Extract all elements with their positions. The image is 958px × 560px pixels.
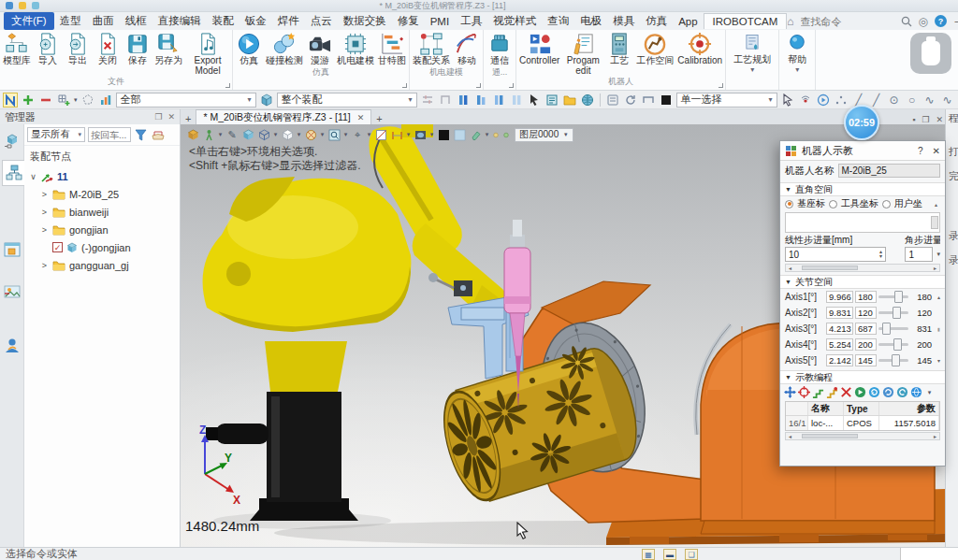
linear-step-input[interactable]: 10▴▾: [785, 247, 886, 262]
tree-root-row[interactable]: ∨ 11: [24, 167, 180, 185]
horizontal-scrollbar[interactable]: ◂▸: [785, 264, 940, 272]
menu-electrode[interactable]: 电极: [574, 13, 607, 29]
simulate-button[interactable]: 仿真: [234, 31, 264, 67]
spin-down-icon[interactable]: ▾: [879, 254, 882, 259]
cursor-pick-icon[interactable]: [780, 93, 795, 108]
jog-target-icon[interactable]: [798, 386, 810, 398]
section-view-icon[interactable]: [373, 127, 388, 142]
scroll-right-icon[interactable]: ▸: [931, 265, 939, 271]
menu-pointcloud[interactable]: 点云: [305, 13, 338, 29]
jog-move-icon[interactable]: [784, 386, 796, 398]
section-icon[interactable]: [641, 93, 656, 108]
close-panel-icon[interactable]: ✕: [167, 112, 175, 122]
axis5-value-field[interactable]: 2.142: [826, 354, 853, 366]
add-icon[interactable]: [21, 93, 36, 108]
scrollbar-thumb[interactable]: [931, 216, 938, 229]
radio-user-frame[interactable]: [882, 200, 891, 208]
menu-pmi[interactable]: PMI: [425, 15, 455, 28]
spin-down-icon[interactable]: ▾: [936, 251, 940, 258]
assembly-relation-button[interactable]: 装配关系: [411, 31, 452, 67]
doc-state-icon[interactable]: [491, 93, 506, 108]
expand-closed-icon[interactable]: >: [40, 261, 49, 270]
minimize-button[interactable]: —: [953, 16, 958, 26]
saved-filter-icon[interactable]: [151, 128, 166, 141]
home-icon[interactable]: ⌂: [787, 15, 793, 28]
user-manager-icon[interactable]: [2, 332, 22, 358]
folder-icon[interactable]: [562, 93, 577, 108]
assembly-tree-icon[interactable]: [2, 160, 24, 186]
close-tab-icon[interactable]: ✕: [357, 113, 365, 122]
axis4-slider[interactable]: [878, 343, 908, 346]
settings-icon[interactable]: ◎: [919, 15, 928, 28]
chevron-down-icon[interactable]: ▾: [74, 96, 78, 104]
doc-state-icon[interactable]: [509, 93, 524, 108]
zoom-region-icon[interactable]: [327, 127, 341, 142]
quick-access-icon[interactable]: [6, 2, 13, 9]
scope-select[interactable]: 整个装配▾: [277, 93, 417, 108]
pin-panel-icon[interactable]: ❐: [154, 112, 162, 122]
clip-plane-icon[interactable]: [389, 127, 404, 142]
tree-node-robot[interactable]: > M-20iB_25: [24, 185, 180, 203]
menu-data-exchange[interactable]: 数据交换: [338, 13, 392, 29]
assembly-cube-icon[interactable]: [259, 93, 274, 108]
dialog-launcher-icon[interactable]: [402, 83, 407, 88]
axis3-value-field[interactable]: 4.213: [826, 323, 853, 335]
expand-closed-icon[interactable]: >: [40, 190, 49, 199]
menu-assembly[interactable]: 装配: [207, 13, 240, 29]
tree-node-workpiece[interactable]: > gongjian: [24, 221, 180, 238]
status-monitor-icon[interactable]: ▬: [663, 549, 676, 560]
menu-weldment[interactable]: 焊件: [272, 13, 305, 29]
chevron-down-icon[interactable]: ▾: [296, 131, 302, 138]
status-window-icon[interactable]: ❏: [685, 549, 698, 560]
notes-icon[interactable]: [544, 93, 559, 108]
view-manager-icon[interactable]: [2, 237, 22, 263]
axis2-value-field[interactable]: 9.831: [826, 307, 853, 319]
layer-select[interactable]: 图层0000▾: [515, 128, 573, 142]
menu-sheetmetal[interactable]: 钣金: [240, 13, 272, 29]
dialog-titlebar[interactable]: 机器人示教 ?✕: [780, 141, 945, 161]
menu-wireframe[interactable]: 线框: [120, 13, 152, 29]
table-row[interactable]: 16/1 loc-... CPOS 1157.5018: [786, 416, 939, 430]
chevron-down-icon[interactable]: ▾: [484, 131, 490, 138]
spline-tool-icon[interactable]: ∿: [922, 93, 937, 108]
angular-step-input[interactable]: 1: [905, 247, 933, 262]
document-tab[interactable]: * M_20iB变位机钢管程序.Z3 - [11] ✕: [196, 109, 371, 124]
grid-select-icon[interactable]: [56, 93, 71, 108]
menu-shape[interactable]: 造型: [54, 13, 87, 29]
dialog-launcher-icon[interactable]: [509, 83, 514, 88]
history-icon[interactable]: [605, 93, 620, 108]
probe-icon[interactable]: [798, 93, 813, 108]
menu-simulation[interactable]: 仿真: [640, 13, 673, 29]
command-search-input[interactable]: [801, 16, 894, 27]
play-circle-icon[interactable]: [816, 93, 831, 108]
menu-surface[interactable]: 曲面: [87, 13, 120, 29]
constraint-icon[interactable]: [420, 93, 435, 108]
step-record-icon[interactable]: [826, 386, 838, 398]
close-doc-button[interactable]: 关闭: [93, 31, 123, 67]
section-teach[interactable]: ▼示教编程: [780, 370, 945, 384]
new-tab-icon[interactable]: +: [371, 113, 386, 124]
robot-name-field[interactable]: M-20iB_25: [838, 164, 941, 178]
play-path-icon[interactable]: [854, 386, 866, 398]
remove-icon[interactable]: [38, 93, 53, 108]
scrollbar-thumb[interactable]: [802, 266, 858, 270]
radio-tool-frame[interactable]: [829, 200, 837, 208]
loop-icon[interactable]: [882, 386, 894, 398]
menu-app[interactable]: App: [673, 15, 703, 28]
export-model-button[interactable]: Export Model: [184, 31, 231, 77]
checkbox-checked[interactable]: ✓: [52, 242, 63, 252]
chevron-down-icon[interactable]: ▾: [366, 131, 372, 138]
menu-inquire[interactable]: 查询: [542, 13, 574, 29]
program-edit-button[interactable]: Progam edit: [561, 31, 604, 77]
chevron-down-icon[interactable]: ▾: [342, 131, 349, 138]
axis3-slider[interactable]: [878, 327, 908, 330]
dialog-launcher-icon[interactable]: [718, 83, 723, 88]
calibration-button[interactable]: Calibration: [675, 31, 724, 67]
axis1-value-field[interactable]: 9.966: [826, 291, 853, 303]
scrollbar-down-icon[interactable]: ▾: [935, 357, 943, 364]
chevron-down-icon[interactable]: ▾: [272, 131, 279, 138]
menu-mold[interactable]: 模具: [607, 13, 640, 29]
background-blue-swatch[interactable]: [452, 127, 467, 142]
radio-base-frame[interactable]: [785, 200, 793, 208]
scrollbar-up-icon[interactable]: ▴: [932, 201, 940, 208]
